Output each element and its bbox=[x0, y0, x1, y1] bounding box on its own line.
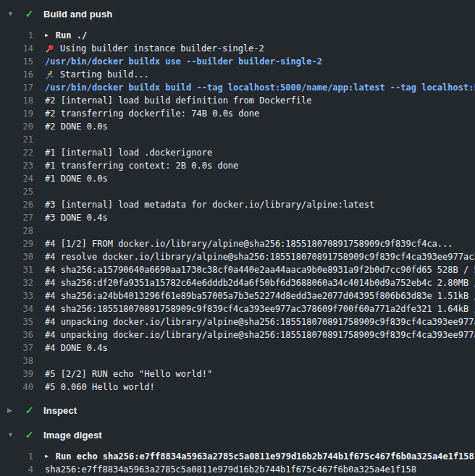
line-number[interactable]: 31 bbox=[0, 263, 33, 276]
line-number[interactable]: 37 bbox=[0, 341, 33, 354]
line-number[interactable]: 34 bbox=[0, 302, 33, 315]
line-number[interactable]: 1 bbox=[0, 29, 33, 42]
line-number[interactable]: 25 bbox=[0, 185, 33, 198]
log-line-text: #1 [internal] load .dockerignore bbox=[45, 146, 212, 159]
log-line[interactable]: 1 ▶Run echo sha256:e7ff8834a5963a2785c5a… bbox=[0, 450, 475, 463]
log-line-text: Using builder instance builder-single-2 bbox=[60, 42, 264, 55]
log-line-text: #1 DONE 0.0s bbox=[45, 172, 108, 185]
log-section-build-and-push: ▼ ✓ Build and push 1 ▶Run ./ 14 Using bu… bbox=[0, 1, 475, 398]
success-check-icon: ✓ bbox=[23, 404, 35, 416]
success-check-icon: ✓ bbox=[23, 429, 35, 441]
line-number[interactable]: 30 bbox=[0, 250, 33, 263]
log-line-content: #4 resolve docker.io/library/alpine@sha2… bbox=[45, 250, 475, 263]
log-line[interactable]: 34 #4 sha256:185518070891758909c9f839cf4… bbox=[0, 302, 475, 315]
log-line[interactable]: 36 #4 unpacking docker.io/library/alpine… bbox=[0, 328, 475, 341]
success-check-icon: ✓ bbox=[23, 8, 35, 20]
log-line-content: ▶Run echo sha256:e7ff8834a5963a2785c5a08… bbox=[45, 450, 474, 463]
log-line-content: sha256:e7ff8834a5963a2785c5a0811e979d16b… bbox=[45, 463, 416, 476]
log-line[interactable]: 38 bbox=[0, 354, 475, 367]
log-line[interactable]: 37 #4 DONE 0.4s bbox=[0, 341, 475, 354]
line-number[interactable]: 1 bbox=[0, 450, 33, 463]
log-line[interactable]: 29 #4 [1/2] FROM docker.io/library/alpin… bbox=[0, 237, 475, 250]
section-header[interactable]: ▶ ✓ Inspect bbox=[0, 398, 475, 422]
log-line-text: #2 [internal] load build definition from… bbox=[45, 94, 311, 107]
log-line[interactable]: 30 #4 resolve docker.io/library/alpine@s… bbox=[0, 250, 475, 263]
line-number[interactable]: 20 bbox=[0, 120, 33, 133]
log-line[interactable]: 21 bbox=[0, 133, 475, 146]
line-number[interactable]: 38 bbox=[0, 354, 33, 367]
log-line[interactable]: 28 bbox=[0, 224, 475, 237]
log-line[interactable]: 20 #2 DONE 0.0s bbox=[0, 120, 475, 133]
chevron-down-icon[interactable]: ▼ bbox=[7, 431, 17, 438]
line-number[interactable]: 39 bbox=[0, 367, 33, 381]
log-line[interactable]: 32 #4 sha256:df20fa9351a15782c64e6dddb2d… bbox=[0, 276, 475, 289]
line-number[interactable]: 29 bbox=[0, 237, 33, 250]
log-line-content: #3 [internal] load metadata for docker.i… bbox=[45, 198, 374, 211]
log-line-text: Run echo sha256:e7ff8834a5963a2785c5a081… bbox=[56, 450, 474, 463]
line-number[interactable]: 15 bbox=[0, 55, 33, 68]
line-number[interactable]: 24 bbox=[0, 172, 33, 185]
log-line-content: #2 DONE 0.0s bbox=[45, 120, 108, 133]
log-line[interactable]: 25 bbox=[0, 185, 475, 198]
log-line-text: #4 sha256:df20fa9351a15782c64e6dddb2d4a6… bbox=[45, 276, 475, 289]
log-line-content: Starting build... bbox=[45, 68, 149, 81]
log-section-image-digest: ▼ ✓ Image digest 1 ▶Run echo sha256:e7ff… bbox=[0, 422, 475, 476]
log-line[interactable]: 39 #5 [2/2] RUN echo "Hello world!" bbox=[0, 367, 475, 381]
log-line[interactable]: 23 #1 transferring context: 2B 0.0s done bbox=[0, 159, 475, 172]
line-number[interactable]: 14 bbox=[0, 42, 33, 55]
line-number[interactable]: 32 bbox=[0, 276, 33, 289]
line-number[interactable]: 18 bbox=[0, 94, 33, 107]
log-line[interactable]: 35 #4 unpacking docker.io/library/alpine… bbox=[0, 315, 475, 328]
line-number[interactable]: 33 bbox=[0, 289, 33, 302]
line-number[interactable]: 23 bbox=[0, 159, 33, 172]
log-line-text: Starting build... bbox=[60, 68, 149, 81]
line-number[interactable]: 36 bbox=[0, 328, 33, 341]
chevron-right-icon[interactable]: ▶ bbox=[7, 407, 17, 414]
log-line[interactable]: 14 Using builder instance builder-single… bbox=[0, 42, 475, 55]
log-line[interactable]: 1 ▶Run ./ bbox=[0, 29, 475, 42]
chevron-down-icon[interactable]: ▼ bbox=[7, 10, 17, 17]
log-line-content: #4 sha256:185518070891758909c9f839cf4ca3… bbox=[45, 302, 475, 315]
section-title: Inspect bbox=[43, 405, 77, 416]
expand-caret-icon[interactable]: ▶ bbox=[45, 29, 49, 42]
line-number[interactable]: 19 bbox=[0, 107, 33, 120]
log-line-content: #4 sha256:a15790640a6690aa1730c38cf0a440… bbox=[45, 263, 475, 276]
section-title: Image digest bbox=[43, 430, 102, 441]
log-line-text: /usr/bin/docker buildx use --builder bui… bbox=[45, 55, 322, 68]
line-number[interactable]: 26 bbox=[0, 198, 33, 211]
log-line[interactable]: 27 #3 DONE 0.4s bbox=[0, 211, 475, 224]
log-line-content: #5 0.060 Hello world! bbox=[45, 381, 155, 394]
expand-caret-icon[interactable]: ▶ bbox=[45, 450, 49, 463]
log-line[interactable]: 16 Starting build... bbox=[0, 68, 475, 81]
log-line[interactable]: 22 #1 [internal] load .dockerignore bbox=[0, 146, 475, 159]
log-line-content: #1 transferring context: 2B 0.0s done bbox=[45, 159, 238, 172]
line-number[interactable]: 28 bbox=[0, 224, 33, 237]
log-line[interactable]: 31 #4 sha256:a15790640a6690aa1730c38cf0a… bbox=[0, 263, 475, 276]
runner-icon bbox=[45, 70, 54, 80]
line-number[interactable]: 17 bbox=[0, 81, 33, 94]
log-line[interactable]: 17 /usr/bin/docker buildx build --tag lo… bbox=[0, 81, 475, 94]
log-line-text: #4 [1/2] FROM docker.io/library/alpine@s… bbox=[45, 237, 453, 250]
log-line[interactable]: 26 #3 [internal] load metadata for docke… bbox=[0, 198, 475, 211]
line-number[interactable]: 27 bbox=[0, 211, 33, 224]
log-line[interactable]: 19 #2 transferring dockerfile: 74B 0.0s … bbox=[0, 107, 475, 120]
line-number[interactable]: 22 bbox=[0, 146, 33, 159]
log-line-content: #1 [internal] load .dockerignore bbox=[45, 146, 212, 159]
log-line-content: /usr/bin/docker buildx use --builder bui… bbox=[45, 55, 322, 68]
line-number[interactable]: 21 bbox=[0, 133, 33, 146]
log-line[interactable]: 33 #4 sha256:a24bb4013296f61e89ba57005a7… bbox=[0, 289, 475, 302]
log-line-content: #2 [internal] load build definition from… bbox=[45, 94, 311, 107]
pushpin-icon bbox=[45, 44, 54, 54]
line-number[interactable]: 40 bbox=[0, 381, 33, 394]
log-line-text: sha256:e7ff8834a5963a2785c5a0811e979d16b… bbox=[45, 463, 416, 476]
log-line[interactable]: 40 #5 0.060 Hello world! bbox=[0, 381, 475, 394]
log-line[interactable]: 15 /usr/bin/docker buildx use --builder … bbox=[0, 55, 475, 68]
section-header[interactable]: ▼ ✓ Build and push bbox=[0, 1, 475, 26]
log-line[interactable]: 4 sha256:e7ff8834a5963a2785c5a0811e979d1… bbox=[0, 463, 475, 476]
line-number[interactable]: 16 bbox=[0, 68, 33, 81]
log-line[interactable]: 18 #2 [internal] load build definition f… bbox=[0, 94, 475, 107]
log-line[interactable]: 24 #1 DONE 0.0s bbox=[0, 172, 475, 185]
line-number[interactable]: 35 bbox=[0, 315, 33, 328]
line-number[interactable]: 4 bbox=[0, 463, 33, 476]
section-header[interactable]: ▼ ✓ Image digest bbox=[0, 422, 475, 447]
